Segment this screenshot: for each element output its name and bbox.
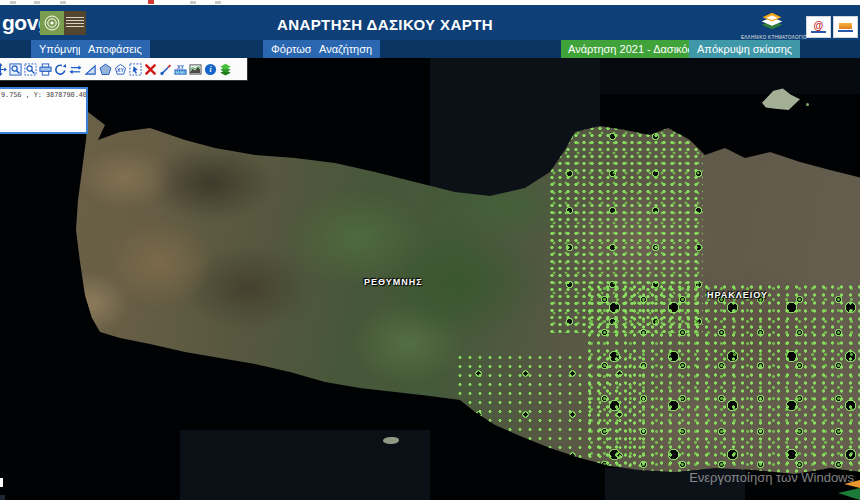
bookmark-icon [10,1,16,4]
app-header: govgr ΑΝΑΡΤΗΣΗ ΔΑΣΙΚΟΥ ΧΑΡΤΗ ΕΛΛΗΝΙΚΟ ΚΤ… [0,5,860,40]
svg-text:XY: XY [177,63,184,69]
bookmark-icon [34,1,40,4]
at-sign-icon: @ [814,21,824,30]
map-label-rethymnis: ΡΕΘΥΜΝΗΣ [364,277,423,287]
bookmark-icon [215,1,221,4]
menu-item-apofaseis[interactable]: Αποφάσεις [80,40,150,58]
browser-bookmarks-strip [0,0,860,5]
coordinate-readout-text: 9.756 , Y: 3878790.402 [0,89,86,101]
layers-icon[interactable] [218,61,233,78]
zoom-window-icon[interactable] [8,61,23,78]
coordinate-readout-box: 9.756 , Y: 3878790.402 [0,87,88,134]
bookmark-icon [190,1,196,4]
map-label-irakleiou: ΗΡΑΚΛΕΙΟΥ [707,290,768,300]
building-logo[interactable] [833,16,858,38]
bookmark-icon [148,0,154,4]
cadastre-corner-logo [836,478,860,500]
at-sign-logo[interactable]: @ [806,16,831,38]
scale-tick [0,478,3,487]
pan-icon[interactable] [0,61,8,78]
govgr-logo-gov: gov [2,11,38,34]
print-icon[interactable] [38,61,53,78]
forest-logo-text-block [64,11,86,35]
zoom-selection-icon[interactable] [23,61,38,78]
menu-item-anazitisi[interactable]: Αναζήτηση [311,40,380,58]
clear-selection-icon[interactable] [143,61,158,78]
forest-service-logo[interactable] [40,11,86,35]
cadastre-logo[interactable]: ΕΛΛΗΝΙΚΟ ΚΤΗΜΑΤΟΛΟΓΙΟ [741,12,803,40]
previous-extent-icon[interactable] [53,61,68,78]
building-icon [839,23,852,29]
xy-coordinates-icon[interactable]: XY [173,61,188,78]
windows-activation-watermark: Ενεργοποίηση των Windows [689,470,854,485]
menu-bar: Υπόμνημα Αποφάσεις Φόρτωση Αναζήτηση Ανά… [0,40,860,58]
map-canvas[interactable]: ΡΕΘΥΜΝΗΣ ΗΡΑΚΛΕΙΟΥ Ενεργοποίηση των Wind… [0,58,860,500]
logo-bar [838,30,853,32]
hide-shading-button[interactable]: Απόκρυψη σκίασης [689,40,800,58]
select-features-icon[interactable] [128,61,143,78]
measure-distance-icon[interactable] [68,61,83,78]
draw-measure-icon[interactable] [158,61,173,78]
cadastre-diamond-icon [756,12,788,30]
elevation-profile-icon[interactable] [188,61,203,78]
bookmark-icon [60,1,66,4]
scale-dot [0,495,5,500]
polygon-coordinates-icon[interactable]: XY [113,61,128,78]
forest-overlay-south [455,353,645,478]
logo-bar [811,31,826,33]
forest-map-app: govgr ΑΝΑΡΤΗΣΗ ΔΑΣΙΚΟΥ ΧΑΡΤΗ ΕΛΛΗΝΙΚΟ ΚΤ… [0,0,860,500]
draw-polygon-icon[interactable] [98,61,113,78]
map-toolbar: XY XY i [0,58,248,81]
measure-area-icon[interactable] [83,61,98,78]
map-tile-seam [600,58,860,94]
islet-south [383,437,399,444]
svg-text:XY: XY [117,66,124,72]
tree-rings-icon [40,11,64,35]
islet-dot [806,103,809,106]
page-title: ΑΝΑΡΤΗΣΗ ΔΑΣΙΚΟΥ ΧΑΡΤΗ [277,16,493,33]
identify-icon[interactable]: i [203,61,218,78]
